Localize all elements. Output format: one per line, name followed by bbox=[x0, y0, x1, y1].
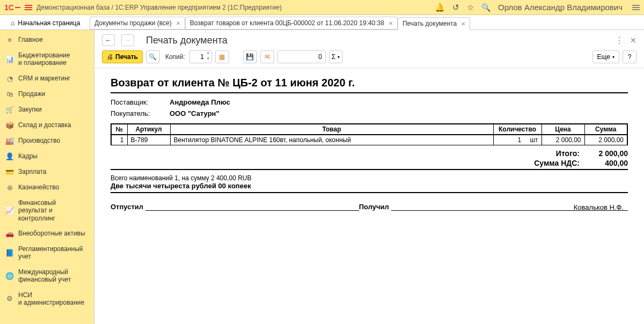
tab-documents[interactable]: Документы продажи (все)✕ bbox=[90, 17, 185, 30]
floppy-icon: 💾 bbox=[246, 53, 254, 61]
top-bar-actions: 🔔 ↺ ☆ 🔍 Орлов Александр Владимирович bbox=[435, 3, 640, 12]
factory-icon: 🏭 bbox=[5, 137, 14, 145]
sidebar-item[interactable]: ≡Главное bbox=[0, 32, 94, 48]
box-icon: 📦 bbox=[5, 121, 14, 129]
printer-icon: 🖨 bbox=[107, 53, 113, 61]
main-menu-icon[interactable] bbox=[25, 5, 32, 10]
sidebar-item[interactable]: 💳Зарплата bbox=[0, 164, 94, 180]
history-icon[interactable]: ↺ bbox=[452, 3, 459, 12]
graph-icon: 📈 bbox=[5, 207, 14, 215]
doc-title: Возврат от клиента № ЦБ-2 от 11 июня 202… bbox=[111, 77, 628, 93]
sidebar-item[interactable]: 🌐Международный финансовый учет bbox=[0, 264, 94, 288]
sidebar-item[interactable]: 📦Склад и доставка bbox=[0, 117, 94, 133]
table-icon: ▦ bbox=[219, 53, 225, 61]
home-icon: ⌂ bbox=[11, 19, 14, 27]
close-icon[interactable]: ✕ bbox=[176, 20, 180, 26]
envelope-icon: ✉ bbox=[265, 53, 270, 61]
toolbar: 🖨 Печать 🔍 Копий: ▲▼ ▦ 💾 ✉ Σ ▾ Еще ▾ bbox=[94, 48, 644, 68]
close-page-icon[interactable]: ✕ bbox=[630, 36, 636, 45]
tabs-bar: ⌂ Начальная страница Документы продажи (… bbox=[0, 15, 644, 30]
sidebar-item[interactable]: ⚙НСИ и администрирование bbox=[0, 288, 94, 311]
more-button[interactable]: Еще ▾ bbox=[592, 50, 619, 63]
globe-icon: 🌐 bbox=[5, 272, 14, 280]
chart-icon: 📊 bbox=[5, 55, 14, 63]
bag-icon: 🛍 bbox=[5, 90, 14, 98]
menu-icon: ≡ bbox=[5, 36, 14, 44]
signature-line bbox=[145, 203, 359, 211]
user-name[interactable]: Орлов Александр Владимирович bbox=[498, 3, 623, 12]
person-icon: 👤 bbox=[5, 152, 14, 160]
items-table: № Артикул Товар Количество Цена Сумма 1 … bbox=[111, 123, 628, 145]
pie-icon: ◔ bbox=[5, 75, 14, 83]
chevron-down-icon: ▾ bbox=[338, 55, 340, 60]
back-button[interactable]: ← bbox=[102, 34, 115, 46]
cart-icon: 🛒 bbox=[5, 106, 14, 114]
tab-print-doc[interactable]: Печать документа✕ bbox=[398, 17, 470, 30]
search-icon[interactable]: 🔍 bbox=[481, 3, 491, 12]
app-top-bar: 1С Демонстрационная база / 1С:ERP Управл… bbox=[0, 0, 644, 15]
app-title: Демонстрационная база / 1С:ERP Управлени… bbox=[36, 4, 430, 11]
content-area: ← → Печать документа ⋮ ✕ 🖨 Печать 🔍 Копи… bbox=[94, 30, 644, 324]
sigma-icon: Σ bbox=[332, 53, 335, 61]
help-button[interactable]: ? bbox=[623, 50, 636, 63]
zero-field[interactable] bbox=[277, 50, 326, 63]
sidebar-item[interactable]: 👤Кадры bbox=[0, 149, 94, 164]
print-button[interactable]: 🖨 Печать bbox=[102, 50, 143, 63]
kebab-icon[interactable]: ⋮ bbox=[615, 35, 624, 46]
coin-icon: ⊕ bbox=[5, 183, 14, 192]
star-icon[interactable]: ☆ bbox=[467, 3, 474, 12]
signatures: Отпустил Получил Ковальков Н.Ф. bbox=[111, 203, 628, 211]
tab-return-doc[interactable]: Возврат товаров от клиента 00ЦБ-000002 о… bbox=[185, 17, 398, 30]
sidebar-item[interactable]: 🏭Производство bbox=[0, 133, 94, 149]
book-icon: 📘 bbox=[5, 249, 14, 257]
car-icon: 🚗 bbox=[5, 230, 14, 238]
sigma-button[interactable]: Σ ▾ bbox=[329, 50, 342, 63]
supplier-row: Поставщик: Андромеда Плюс bbox=[111, 97, 628, 108]
totals-block: Итого:2 000,00 Сумма НДС:400,00 bbox=[111, 149, 628, 170]
close-icon[interactable]: ✕ bbox=[461, 21, 465, 27]
window-menu-icon[interactable] bbox=[632, 5, 640, 10]
close-icon[interactable]: ✕ bbox=[389, 20, 393, 26]
bell-icon[interactable]: 🔔 bbox=[435, 3, 445, 12]
preview-button[interactable]: 🔍 bbox=[146, 50, 160, 63]
summary-words: Две тысячи четыреста рублей 00 копеек bbox=[111, 182, 628, 193]
table-row: 1 В-789 Вентилятор BINATONE ALPINE 160вт… bbox=[111, 135, 627, 145]
forward-button[interactable]: → bbox=[121, 34, 134, 46]
logo: 1С bbox=[4, 3, 20, 12]
chevron-down-icon: ▾ bbox=[612, 55, 614, 60]
sidebar-item[interactable]: ⊕Казначейство bbox=[0, 180, 94, 195]
sidebar-item[interactable]: 📘Регламентированный учет bbox=[0, 241, 94, 264]
copies-label: Копий: bbox=[165, 53, 185, 61]
magnifier-icon: 🔍 bbox=[149, 53, 157, 61]
spinner-down[interactable]: ▼ bbox=[205, 57, 211, 63]
email-button[interactable]: ✉ bbox=[260, 50, 274, 63]
sidebar-item[interactable]: ◔CRM и маркетинг bbox=[0, 71, 94, 86]
home-tab[interactable]: ⌂ Начальная страница bbox=[4, 17, 86, 30]
card-icon: 💳 bbox=[5, 168, 14, 176]
summary-count: Всего наименований 1, на сумму 2 400,00 … bbox=[111, 174, 628, 182]
settings-button[interactable]: ▦ bbox=[215, 50, 229, 63]
sidebar-item[interactable]: 📈Финансовый результат и контроллинг bbox=[0, 195, 94, 226]
sidebar-item[interactable]: 🛒Закупки bbox=[0, 102, 94, 117]
save-button[interactable]: 💾 bbox=[243, 50, 257, 63]
spinner-up[interactable]: ▲ bbox=[205, 51, 211, 57]
sidebar: ≡Главное 📊Бюджетирование и планирование … bbox=[0, 30, 94, 324]
sidebar-item[interactable]: 🚗Внеоборотные активы bbox=[0, 226, 94, 241]
signature-line: Ковальков Н.Ф. bbox=[391, 203, 628, 211]
document-preview: Возврат от клиента № ЦБ-2 от 11 июня 202… bbox=[94, 68, 644, 324]
page-header: ← → Печать документа ⋮ ✕ bbox=[94, 30, 644, 48]
page-title: Печать документа bbox=[146, 35, 228, 46]
sidebar-item[interactable]: 🛍Продажи bbox=[0, 86, 94, 102]
gear-icon: ⚙ bbox=[5, 294, 14, 303]
buyer-row: Покупатель: ООО "Сатурн" bbox=[111, 108, 628, 119]
sidebar-item[interactable]: 📊Бюджетирование и планирование bbox=[0, 48, 94, 71]
